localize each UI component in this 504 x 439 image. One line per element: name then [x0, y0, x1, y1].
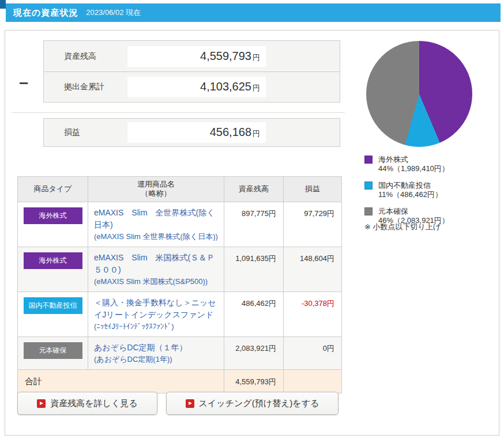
minus-sign: − [19, 75, 28, 92]
balance-unit: 円 [253, 52, 260, 63]
profit-loss-value-box: 456,168 円 [127, 122, 266, 143]
fund-balance: 1,091,635円 [224, 247, 284, 292]
fund-name-link[interactable]: eMAXIS Slim 米国株式(Ｓ＆Ｐ５００) [94, 252, 218, 276]
contribution-row: 拠出金累計 4,103,625 円 [44, 71, 340, 102]
play-icon [186, 399, 194, 408]
fund-name-link[interactable]: あおぞらDC定期（１年） [94, 342, 218, 354]
profit-loss-box: 損益 456,168 円 [43, 118, 340, 147]
legend-color-swatch [364, 207, 373, 215]
as-of-date: 2023/06/02 現在 [86, 7, 141, 18]
table-total-row: 合計 4,559,793円 [18, 370, 342, 393]
legend-color-swatch [364, 156, 373, 164]
product-type-badge: 国内不動産投信 [24, 297, 82, 314]
fund-balance: 2,083,921円 [224, 337, 284, 370]
legend-item: 国内不動産投信 11%（486,462円） [364, 181, 449, 199]
table-row: 国内不動産投信 ＜購入・換金手数料なし＞ニッセイJリートインデックスファンド (… [18, 292, 342, 336]
product-type-badge: 元本確保 [24, 342, 82, 359]
col-header-balance: 資産残高 [224, 177, 284, 202]
fund-short-name: (あおぞらDC定期(1年)) [94, 354, 218, 365]
fund-pl: 0円 [284, 337, 342, 370]
contribution-label: 拠出金累計 [64, 82, 117, 92]
col-header-pl: 損益 [284, 177, 342, 202]
table-row: 元本確保 あおぞらDC定期（１年） (あおぞらDC定期(1年)) 2,083,9… [18, 337, 342, 370]
contribution-value: 4,103,625 [200, 80, 251, 93]
pie-chart [366, 41, 472, 147]
balance-value-box: 4,559,793 円 [127, 46, 266, 67]
legend-color-swatch [364, 181, 373, 190]
balance-value: 4,559,793 [200, 50, 251, 63]
col-header-product-name: 運用商品名 （略称） [88, 177, 224, 202]
fund-pl: 97,729円 [284, 202, 342, 247]
header-corner-accent [0, 0, 6, 9]
table-row: 海外株式 eMAXIS Slim 米国株式(Ｓ＆Ｐ５００) (eMAXIS Sl… [18, 247, 342, 292]
page-title: 現在の資産状況 [13, 7, 78, 18]
profit-loss-row: 損益 456,168 円 [44, 119, 340, 146]
switching-button[interactable]: スイッチング(預け替え)をする [166, 392, 338, 415]
profit-loss-unit: 円 [253, 128, 260, 139]
fund-balance: 897,775円 [224, 202, 284, 247]
product-type-badge: 海外株式 [24, 207, 82, 224]
rounding-note: ※ 小数点以下切り上げ [364, 222, 441, 232]
balance-row: 資産残高 4,559,793 円 [44, 41, 340, 71]
table-row: 海外株式 eMAXIS Slim 全世界株式(除く日本) (eMAXIS Sli… [18, 202, 342, 247]
product-type-badge: 海外株式 [24, 252, 82, 269]
play-icon [37, 399, 46, 408]
fund-pl: -30,378円 [284, 292, 342, 336]
contribution-unit: 円 [253, 83, 260, 93]
legend-label: 元本確保 [378, 207, 449, 216]
switching-label: スイッチング(預け替え)をする [199, 398, 319, 409]
fund-name-link[interactable]: eMAXIS Slim 全世界株式(除く日本) [94, 207, 218, 231]
view-balance-detail-label: 資産残高を詳しく見る [50, 398, 137, 409]
total-pl-empty [284, 370, 342, 393]
legend-label: 海外株式 [378, 155, 449, 164]
profit-loss-value: 456,168 [210, 126, 251, 139]
view-balance-detail-button[interactable]: 資産残高を詳しく見る [17, 392, 157, 415]
profit-loss-label: 損益 [64, 127, 117, 138]
total-balance: 4,559,793円 [224, 370, 284, 393]
fund-short-name: (ﾆｯｾｲJﾘｰﾄｲﾝﾃﾞｯｸｽﾌｧﾝﾄﾞ) [94, 321, 218, 332]
summary-divider [12, 112, 345, 113]
col-header-product-type: 商品タイプ [18, 177, 88, 202]
fund-name-link[interactable]: ＜購入・換金手数料なし＞ニッセイJリートインデックスファンド [94, 297, 218, 321]
section-title-bar: 現在の資産状況 2023/06/02 現在 [6, 3, 501, 22]
legend-value: 11%（486,462円） [378, 190, 442, 199]
contribution-value-box: 4,103,625 円 [127, 77, 266, 97]
table-header-row: 商品タイプ 運用商品名 （略称） 資産残高 損益 [18, 177, 342, 202]
legend-value: 44%（1,989,410円） [378, 164, 449, 173]
legend-item: 海外株式 44%（1,989,410円） [364, 155, 449, 173]
pie-legend: 海外株式 44%（1,989,410円） 国内不動産投信 11%（486,462… [364, 155, 449, 233]
fund-balance: 486,462円 [224, 292, 284, 336]
total-label: 合計 [18, 370, 224, 393]
balance-contribution-box: 資産残高 4,559,793 円 拠出金累計 4,103,625 円 [43, 40, 340, 103]
fund-short-name: (eMAXIS Slim 全世界株式(除く日本)) [94, 232, 218, 242]
fund-pl: 148,604円 [284, 247, 342, 292]
balance-label: 資産残高 [64, 51, 117, 62]
legend-label: 国内不動産投信 [378, 181, 442, 190]
assets-table: 商品タイプ 運用商品名 （略称） 資産残高 損益 海外株式 eMAXIS Sli… [17, 176, 342, 393]
fund-short-name: (eMAXIS Slim 米国株式(S&P500)) [94, 277, 218, 287]
